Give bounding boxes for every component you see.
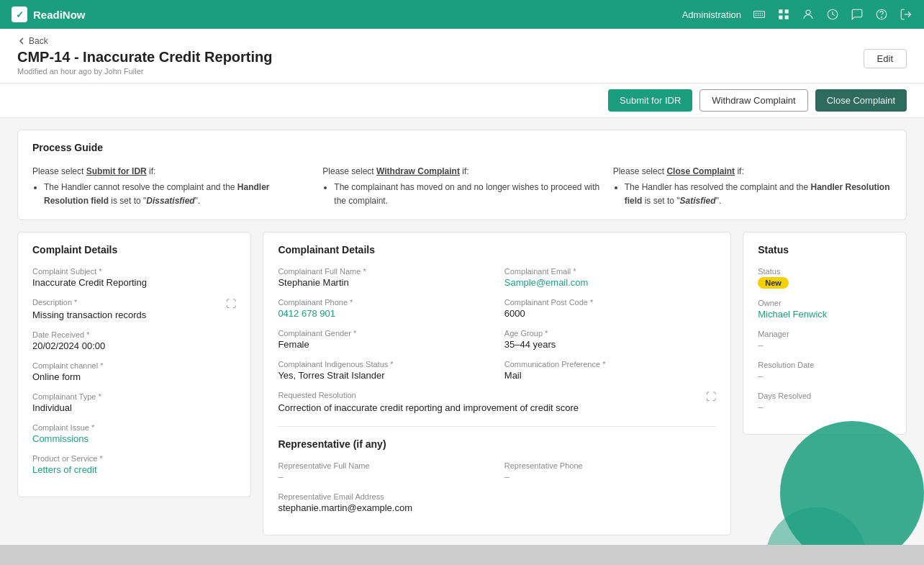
admin-label[interactable]: Administration — [682, 9, 741, 20]
description-field: Description * ⛶ Missing transaction reco… — [32, 298, 236, 320]
issue-field: Complaint Issue * Commissions — [32, 423, 236, 444]
pg-suffix-1: if: — [147, 166, 156, 176]
grid-icon[interactable] — [777, 8, 790, 21]
issue-value[interactable]: Commissions — [32, 433, 236, 444]
withdraw-button[interactable]: Withdraw Complaint — [699, 89, 807, 112]
gender-value: Female — [278, 339, 489, 350]
product-label: Product or Service * — [32, 454, 236, 463]
complaint-details-heading: Complaint Details — [32, 244, 236, 256]
pg-link-1[interactable]: Submit for IDR — [86, 166, 147, 176]
indigenous-value: Yes, Torres Strait Islander — [278, 370, 489, 381]
svg-rect-5 — [756, 15, 757, 17]
status-label: Status — [758, 267, 892, 276]
close-complaint-button[interactable]: Close Complaint — [815, 89, 907, 112]
rep-email-label: Representative Email Address — [278, 492, 716, 501]
status-heading: Status — [758, 244, 892, 256]
email-value[interactable]: Sample@email.com — [504, 277, 716, 288]
status-field: Status New — [758, 267, 892, 299]
age-field: Age Group * 35–44 years — [504, 329, 716, 360]
manager-field: Manager – — [758, 330, 892, 351]
status-card: Status Status New Owner Michael Fenwick … — [743, 232, 907, 435]
page-content: Back CMP-14 - Inaccurate Credit Reportin… — [0, 29, 924, 565]
email-field: Complainant Email * Sample@email.com — [504, 267, 716, 298]
svg-point-16 — [882, 17, 882, 17]
product-value[interactable]: Letters of credit — [32, 464, 236, 475]
pg-bullet-3: The Handler has resolved the complaint a… — [625, 181, 892, 208]
indigenous-label: Complainant Indigenous Status * — [278, 360, 489, 369]
pg-link-2[interactable]: Withdraw Complaint — [376, 166, 460, 176]
top-navigation: ✓ ReadiNow Administration — [0, 0, 924, 29]
back-arrow-icon — [17, 37, 26, 45]
svg-point-13 — [806, 10, 810, 14]
resolution-date-value: – — [758, 371, 892, 381]
submit-idr-button[interactable]: Submit for IDR — [608, 89, 692, 112]
keyboard-icon[interactable] — [753, 8, 766, 21]
resolution-date-label: Resolution Date — [758, 361, 892, 369]
days-resolved-label: Days Resolved — [758, 392, 892, 400]
days-resolved-value: – — [758, 402, 892, 412]
edit-button[interactable]: Edit — [864, 49, 907, 68]
complainant-details-card: Complainant Details Complainant Full Nam… — [263, 232, 731, 535]
bottom-grid: Complaint Details Complaint Subject * In… — [17, 232, 907, 535]
date-label: Date Received * — [32, 330, 236, 339]
age-value: 35–44 years — [504, 339, 716, 350]
pg-suffix-2: if: — [460, 166, 469, 176]
subject-value: Inaccurate Credit Reporting — [32, 277, 236, 288]
type-field: Complainant Type * Individual — [32, 392, 236, 413]
complainant-heading: Complainant Details — [278, 244, 716, 256]
gender-field: Complainant Gender * Female — [278, 329, 489, 360]
postcode-value: 6000 — [504, 308, 716, 319]
manager-value: – — [758, 340, 892, 351]
description-value: Missing transaction records — [32, 309, 236, 320]
date-value: 20/02/2024 00:00 — [32, 340, 236, 351]
nav-right: Administration — [682, 8, 912, 21]
resolution-expand-icon[interactable]: ⛶ — [706, 391, 716, 402]
phone-label: Complainant Phone * — [278, 298, 489, 307]
pg-suffix-3: if: — [735, 166, 744, 176]
representative-heading: Representative (if any) — [278, 438, 716, 450]
svg-rect-7 — [760, 15, 761, 17]
pg-bullet-2: The complainant has moved on and no long… — [334, 181, 601, 208]
middle-column: Complainant Details Complainant Full Nam… — [263, 232, 731, 535]
rep-phone-value: – — [504, 471, 716, 482]
logo[interactable]: ✓ ReadiNow — [12, 6, 86, 22]
rep-email-value: stephanie.martin@example.com — [278, 502, 716, 513]
issue-label: Complaint Issue * — [32, 423, 236, 432]
owner-value[interactable]: Michael Fenwick — [758, 309, 892, 320]
communication-label: Communication Preference * — [504, 360, 716, 369]
svg-rect-9 — [779, 9, 782, 13]
subject-label: Complaint Subject * — [32, 267, 236, 276]
logout-icon[interactable] — [900, 8, 912, 21]
email-label: Complainant Email * — [504, 267, 716, 276]
subject-field: Complaint Subject * Inaccurate Credit Re… — [32, 267, 236, 288]
user-icon[interactable] — [802, 8, 815, 21]
pg-link-3[interactable]: Close Complaint — [666, 166, 735, 176]
full-name-field: Complainant Full Name * Stephanie Martin — [278, 267, 489, 298]
rep-phone-label: Representative Phone — [504, 461, 716, 470]
gender-label: Complainant Gender * — [278, 329, 489, 338]
history-icon[interactable] — [826, 8, 839, 21]
rep-email-field: Representative Email Address stephanie.m… — [278, 492, 716, 523]
help-icon[interactable] — [875, 8, 888, 21]
phone-value[interactable]: 0412 678 901 — [278, 308, 489, 319]
svg-rect-4 — [762, 13, 764, 14]
postcode-field: Complainant Post Code * 6000 — [504, 298, 716, 329]
main-content: Process Guide Please select Submit for I… — [0, 118, 924, 547]
page-modified: Modified an hour ago by John Fuller — [17, 67, 273, 76]
process-guide-item-close: Please select Close Complaint if: The Ha… — [613, 165, 892, 208]
resolution-field: Requested Resolution ⛶ Correction of ina… — [278, 391, 716, 423]
resolution-date-field: Resolution Date – — [758, 361, 892, 381]
channel-value: Online form — [32, 371, 236, 382]
svg-rect-1 — [756, 13, 757, 14]
age-label: Age Group * — [504, 329, 716, 338]
phone-field: Complainant Phone * 0412 678 901 — [278, 298, 489, 329]
postcode-label: Complainant Post Code * — [504, 298, 716, 307]
svg-rect-11 — [779, 16, 782, 19]
svg-rect-3 — [760, 13, 761, 14]
back-link[interactable]: Back — [17, 36, 907, 46]
communication-value: Mail — [504, 370, 716, 381]
channel-label: Complaint channel * — [32, 361, 236, 370]
description-expand-icon[interactable]: ⛶ — [226, 298, 236, 309]
chat-icon[interactable] — [851, 8, 864, 21]
full-name-value: Stephanie Martin — [278, 277, 489, 288]
